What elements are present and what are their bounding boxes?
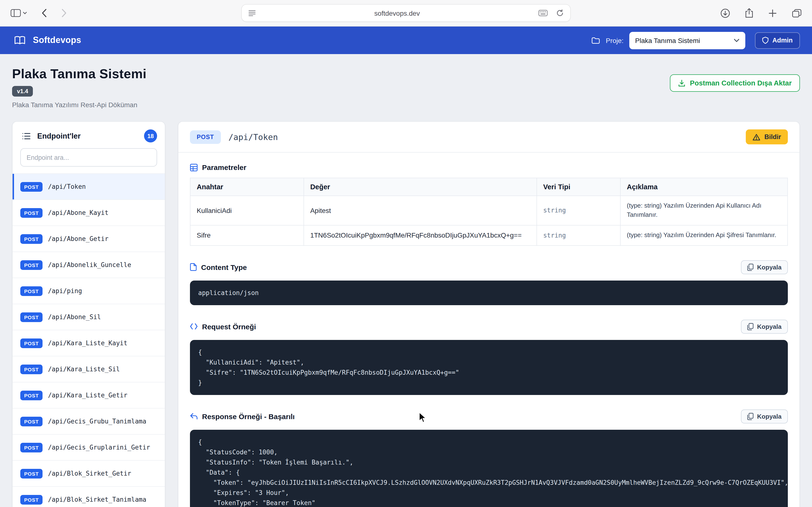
table-icon xyxy=(190,163,198,171)
table-row: Sifre 1TN6So2tOIcuiKpPgbxm9qfMe/RFqFc8nb… xyxy=(190,225,788,245)
warning-icon xyxy=(753,133,761,140)
page-head: Plaka Tanıma Sistemi v1.4 Plaka Tanıma Y… xyxy=(0,54,812,109)
project-select-value: Plaka Tanıma Sistemi xyxy=(635,37,734,44)
copy-icon xyxy=(748,323,754,330)
sidebar-toggle-icon[interactable] xyxy=(9,7,29,19)
copy-button-label: Kopyala xyxy=(757,264,781,271)
sidebar-item-abonelik-guncelle[interactable]: POST /api/Abonelik_Guncelle xyxy=(12,251,165,278)
section-title: Request Örneği xyxy=(202,322,256,331)
section-title: Response Örneği - Başarılı xyxy=(202,412,295,420)
reader-icon[interactable] xyxy=(247,8,258,18)
sidebar-item-kara-liste-sil[interactable]: POST /api/Kara_Liste_Sil xyxy=(12,356,165,382)
param-description: (type: string) Yazılım Üzerinden Api Şif… xyxy=(620,225,788,245)
project-label: Proje: xyxy=(606,37,623,44)
sidebar-item-abone-sil[interactable]: POST /api/Abone_Sil xyxy=(12,304,165,330)
endpoint-path: /api/Blok_Sirket_Tanimlama xyxy=(48,496,146,503)
forward-icon[interactable] xyxy=(59,7,69,19)
table-header-row: Anahtar Değer Veri Tipi Açıklama xyxy=(190,178,788,196)
sidebar-item-ping[interactable]: POST /api/ping xyxy=(12,278,165,304)
method-badge: POST xyxy=(20,469,43,478)
method-badge: POST xyxy=(20,495,43,504)
sidebar-item-abone-kayit[interactable]: POST /api/Abone_Kayit xyxy=(12,200,165,225)
endpoint-path: /api/Blok_Sirket_Getir xyxy=(48,470,131,477)
table-row: KullaniciAdi Apitest string (type: strin… xyxy=(190,196,788,225)
endpoint-path: /api/Gecis_Grubu_Tanimlama xyxy=(48,418,146,425)
endpoint-path: /api/Abone_Sil xyxy=(48,314,101,321)
back-icon[interactable] xyxy=(40,7,49,19)
param-type: string xyxy=(537,196,620,225)
folder-icon xyxy=(590,35,602,46)
method-badge: POST xyxy=(20,208,43,218)
method-badge: POST xyxy=(20,234,43,243)
method-badge: POST xyxy=(20,312,43,322)
browser-chrome: softdevops.dev xyxy=(0,0,812,26)
downloads-icon[interactable] xyxy=(719,6,732,19)
endpoint-path: /api/Abone_Getir xyxy=(48,235,108,242)
share-icon[interactable] xyxy=(743,6,755,20)
page-title: Plaka Tanıma Sistemi xyxy=(12,67,146,81)
export-postman-label: Postman Collection Dışa Aktar xyxy=(690,79,792,87)
screen: softdevops.dev xyxy=(0,0,812,507)
response-example-section: Response Örneği - Başarılı Kopyala { "St… xyxy=(190,409,788,507)
method-badge: POST xyxy=(20,286,43,296)
copy-request-button[interactable]: Kopyala xyxy=(741,320,788,333)
reload-icon[interactable] xyxy=(554,7,565,18)
copy-response-button[interactable]: Kopyala xyxy=(741,409,788,424)
section-title: Parametreler xyxy=(202,163,246,171)
sidebar-item-blok-sirket-tanimlama[interactable]: POST /api/Blok_Sirket_Tanimlama xyxy=(12,486,165,507)
brand-name: Softdevops xyxy=(33,35,81,45)
parameters-table: Anahtar Değer Veri Tipi Açıklama Kullani… xyxy=(190,178,788,245)
sidebar-item-kara-liste-getir[interactable]: POST /api/Kara_Liste_Getir xyxy=(12,382,165,408)
report-button[interactable]: Bildir xyxy=(746,129,788,145)
export-postman-button[interactable]: Postman Collection Dışa Aktar xyxy=(670,74,800,92)
endpoint-path: /api/ping xyxy=(48,287,82,294)
page-subtitle: Plaka Tanıma Yazılımı Rest-Api Döküman xyxy=(12,101,146,109)
shield-icon xyxy=(762,37,768,44)
endpoint-path: /api/Abonelik_Guncelle xyxy=(48,261,131,269)
url-bar[interactable]: softdevops.dev xyxy=(242,5,570,21)
sidebar-item-api-token[interactable]: POST /api/Token xyxy=(12,173,165,200)
copy-content-type-button[interactable]: Kopyala xyxy=(741,260,788,274)
method-badge: POST xyxy=(20,182,43,191)
copy-icon xyxy=(748,264,754,271)
copy-button-label: Kopyala xyxy=(757,323,781,330)
column-header: Açıklama xyxy=(620,178,788,196)
column-header: Veri Tipi xyxy=(537,178,620,196)
param-key: Sifre xyxy=(190,225,304,245)
param-description: (type: string) Yazılım Üzerinden Api Kul… xyxy=(620,196,788,225)
param-value: Apitest xyxy=(304,196,537,225)
url-text: softdevops.dev xyxy=(258,9,537,17)
param-key: KullaniciAdi xyxy=(190,196,304,225)
endpoint-search-input[interactable] xyxy=(20,148,157,167)
sidebar-item-gecis-grubu-tanimlama[interactable]: POST /api/Gecis_Grubu_Tanimlama xyxy=(12,408,165,434)
endpoint-path: /api/Kara_Liste_Sil xyxy=(48,365,120,373)
request-example-code: { "KullaniciAdi": "Apitest", "Sifre": "1… xyxy=(190,340,788,395)
keyboard-input-icon[interactable] xyxy=(537,8,550,18)
brand: Softdevops xyxy=(12,34,81,47)
endpoint-header: POST /api/Token Bildir xyxy=(179,122,800,153)
sidebar-item-blok-sirket-getir[interactable]: POST /api/Blok_Sirket_Getir xyxy=(12,460,165,486)
new-tab-icon[interactable] xyxy=(767,7,779,19)
request-example-section: Request Örneği Kopyala { "KullaniciAdi":… xyxy=(190,320,788,395)
chevron-down-icon xyxy=(734,38,740,42)
param-type: string xyxy=(537,225,620,245)
content-type-code: application/json xyxy=(190,280,788,305)
response-example-code: { "StatusCode": 1000, "StatusInfo": "Tok… xyxy=(190,430,788,507)
tabs-overview-icon[interactable] xyxy=(790,7,803,19)
endpoint-path: /api/Abone_Kayit xyxy=(48,209,108,216)
sidebar-title: Endpoint'ler xyxy=(37,131,139,140)
code-brackets-icon xyxy=(190,323,198,330)
endpoint-path: /api/Token xyxy=(48,183,86,190)
file-icon xyxy=(190,263,197,271)
sidebar-item-kara-liste-kayit[interactable]: POST /api/Kara_Liste_Kayit xyxy=(12,330,165,356)
app-header: Softdevops Proje: Plaka Tanıma Sistemi A… xyxy=(0,26,812,54)
endpoint-method-pill: POST xyxy=(190,130,221,144)
sidebar-item-gecis-gruplarini-getir[interactable]: POST /api/Gecis_Gruplarini_Getir xyxy=(12,434,165,460)
title-block: Plaka Tanıma Sistemi v1.4 Plaka Tanıma Y… xyxy=(12,67,146,109)
admin-button[interactable]: Admin xyxy=(755,32,800,49)
project-select[interactable]: Plaka Tanıma Sistemi xyxy=(629,32,745,49)
sidebar-item-abone-getir[interactable]: POST /api/Abone_Getir xyxy=(12,225,165,251)
method-badge: POST xyxy=(20,260,43,270)
reply-arrow-icon xyxy=(190,413,198,420)
method-badge: POST xyxy=(20,338,43,348)
